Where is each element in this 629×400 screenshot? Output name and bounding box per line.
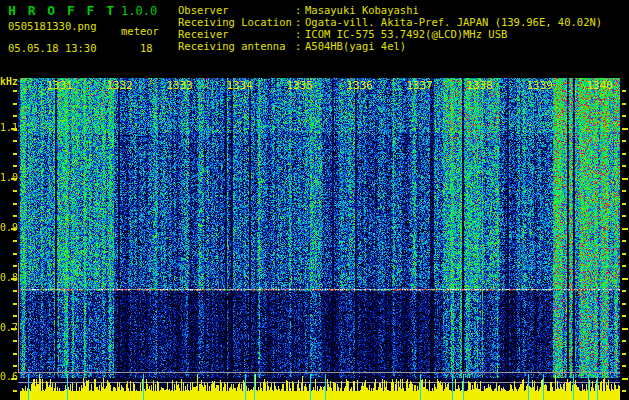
freq-tick (13, 203, 17, 205)
time-label: 1335 (281, 79, 313, 92)
freq-tick (13, 215, 17, 217)
freq-tick (622, 140, 626, 142)
freq-tick (11, 378, 17, 380)
freq-tick (622, 128, 628, 130)
freq-tick (13, 265, 17, 267)
time-label: 1332 (101, 79, 133, 92)
freq-tick (11, 228, 17, 230)
freq-tick (622, 365, 626, 367)
freq-tick (13, 390, 17, 392)
freq-tick (622, 253, 626, 255)
freq-tick (622, 165, 626, 167)
freq-tick (622, 353, 626, 355)
freq-tick (622, 390, 626, 392)
time-label: 1338 (461, 79, 493, 92)
freq-tick (622, 328, 628, 330)
info-separator: : (295, 28, 301, 40)
time-label: 1337 (401, 79, 433, 92)
freq-tick (622, 265, 626, 267)
datetime-label: 05.05.18 13:30 (8, 42, 97, 54)
time-label: 1333 (161, 79, 193, 92)
freq-tick (13, 240, 17, 242)
freq-tick (13, 290, 17, 292)
version-label: 1.0.0 (121, 4, 157, 18)
info-separator: : (295, 4, 301, 16)
info-value: Masayuki Kobayashi (305, 4, 419, 16)
info-separator: : (295, 16, 301, 28)
mode-label: meteor (121, 25, 159, 37)
freq-tick (13, 90, 17, 92)
freq-tick (13, 165, 17, 167)
freq-tick (622, 340, 626, 342)
freq-tick (13, 340, 17, 342)
freq-tick (13, 353, 17, 355)
info-value: A504HB(yagi 4el) (305, 40, 406, 52)
freq-tick (622, 315, 626, 317)
freq-tick (13, 190, 17, 192)
info-label: Observer (178, 4, 229, 16)
info-value: ICOM IC-575 53.7492(@LCD)MHz USB (305, 28, 507, 40)
freq-tick (13, 365, 17, 367)
freq-tick (13, 115, 17, 117)
freq-tick (622, 215, 626, 217)
freq-tick (13, 253, 17, 255)
freq-tick (13, 303, 17, 305)
filename-label: 0505181330.png (8, 20, 97, 32)
freq-tick (622, 115, 626, 117)
freq-tick (622, 190, 626, 192)
freq-tick (622, 228, 628, 230)
time-label: 1334 (221, 79, 253, 92)
info-value: Ogata-vill. Akita-Pref. JAPAN (139.96E, … (305, 16, 602, 28)
freq-tick (11, 178, 17, 180)
info-label: Receiving Location (178, 16, 292, 28)
freq-tick (622, 203, 626, 205)
info-label: Receiver (178, 28, 229, 40)
freq-tick (622, 290, 626, 292)
freq-tick-label: 0.6 (0, 371, 13, 382)
freq-tick (13, 153, 17, 155)
time-label: 1340 (581, 79, 613, 92)
time-label: 1339 (521, 79, 553, 92)
freq-tick (622, 90, 626, 92)
hrofft-window: H R O F F T 1.0.0 0505181330.png meteor … (0, 0, 629, 400)
spectrogram-canvas (18, 78, 620, 400)
freq-tick (13, 103, 17, 105)
freq-tick (622, 240, 626, 242)
info-separator: : (295, 40, 301, 52)
app-title: H R O F F T (8, 3, 116, 18)
time-label: 1331 (41, 79, 73, 92)
time-label: 1336 (341, 79, 373, 92)
freq-tick (11, 278, 17, 280)
freq-tick (622, 178, 628, 180)
info-label: Receiving antenna (178, 40, 285, 52)
freq-tick (11, 328, 17, 330)
meteor-count: 18 (140, 42, 153, 54)
freq-tick (11, 128, 17, 130)
khz-axis-title: kHz (0, 76, 18, 87)
freq-tick (13, 315, 17, 317)
freq-tick (622, 378, 628, 380)
freq-tick (13, 140, 17, 142)
freq-tick (622, 103, 626, 105)
freq-tick (622, 303, 626, 305)
freq-tick (622, 278, 628, 280)
freq-tick (622, 153, 626, 155)
